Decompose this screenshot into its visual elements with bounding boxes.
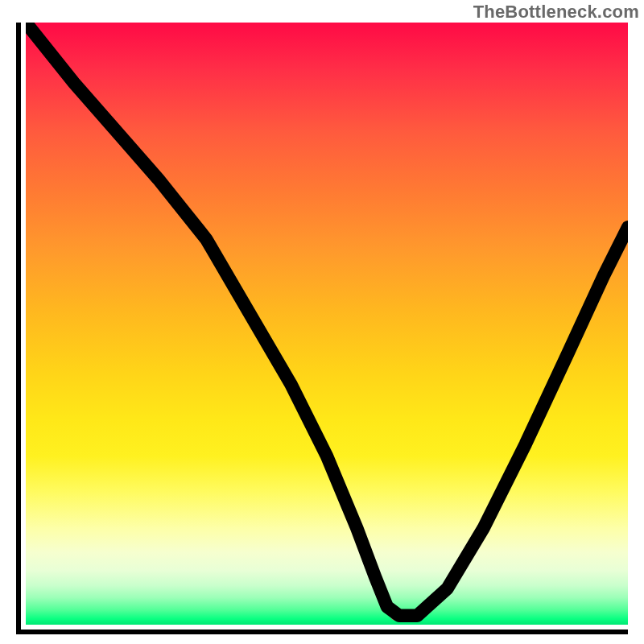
chart-container: TheBottleneck.com: [0, 0, 644, 644]
watermark-text: TheBottleneck.com: [473, 2, 639, 23]
bottleneck-curve: [26, 23, 628, 625]
plot-inner: [26, 23, 628, 625]
plot-area: [16, 23, 628, 634]
curve-path: [26, 23, 628, 616]
